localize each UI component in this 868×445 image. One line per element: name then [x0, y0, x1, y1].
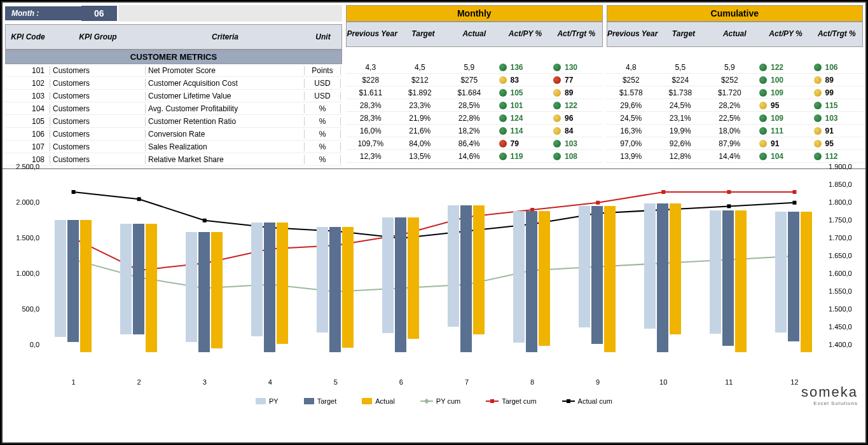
header-kpi-group: KPI Group — [50, 32, 146, 41]
cell-py: 109,7% — [346, 139, 396, 148]
svg-rect-23 — [792, 190, 796, 194]
status-dot-icon — [759, 153, 767, 160]
bar-actual — [735, 210, 747, 352]
csub-py: Previous Year — [607, 30, 658, 38]
bar-target — [591, 206, 603, 343]
chart-plot-area — [41, 174, 827, 352]
cell-py: 16,0% — [346, 127, 396, 135]
cell-py: $1.611 — [346, 88, 396, 97]
cell-target: 84,0% — [396, 139, 445, 148]
cell-py: $252 — [607, 76, 656, 85]
cell-code: 102 — [5, 79, 50, 88]
cell-actpy: 124 — [494, 114, 549, 123]
cell-code: 107 — [5, 142, 50, 151]
line-py-cum — [74, 256, 795, 292]
cell-actual: $1.720 — [705, 88, 755, 97]
cell-target: 4,5 — [396, 63, 445, 72]
cell-actual: 28,2% — [705, 101, 755, 110]
cumulative-panel: Cumulative Previous Year Target Actual A… — [607, 5, 864, 166]
bar-actual — [146, 224, 157, 352]
cell-py: 97,0% — [607, 139, 656, 148]
svg-rect-22 — [727, 190, 731, 194]
cell-py: 28,3% — [346, 114, 396, 123]
bar-group — [251, 222, 288, 352]
cell-actual: 22,5% — [705, 114, 755, 123]
svg-rect-35 — [792, 201, 796, 205]
cell-target: 21,6% — [396, 127, 445, 135]
value-row: 16,3% 19,9% 18,0% 111 91 — [607, 125, 864, 137]
cell-py: 24,5% — [607, 114, 656, 123]
status-dot-icon — [814, 76, 822, 84]
cell-actual: 5,9 — [705, 63, 755, 72]
month-label: Month : — [5, 6, 81, 20]
cell-acttrgt: 103 — [809, 114, 864, 123]
bar-py — [317, 227, 328, 332]
cell-actual: 18,2% — [444, 127, 494, 135]
svg-rect-24 — [72, 190, 76, 194]
table-row: 101 Customers Net Promoter Score Points — [5, 64, 342, 77]
bar-group — [382, 217, 419, 352]
svg-rect-26 — [203, 219, 207, 222]
logo-sub: Excel Solutions — [801, 400, 858, 406]
bar-py — [775, 212, 787, 332]
value-row: $252 $224 $252 100 89 — [607, 74, 864, 86]
status-dot-icon — [814, 153, 822, 160]
cell-group: Customers — [50, 117, 145, 126]
month-value[interactable]: 06 — [81, 6, 117, 21]
status-dot-icon — [499, 102, 507, 109]
cell-target: 13,5% — [396, 152, 445, 161]
status-dot-icon — [499, 127, 507, 135]
status-dot-icon — [499, 114, 507, 122]
cell-actual: 28,5% — [444, 101, 494, 110]
cell-code: 106 — [5, 130, 50, 139]
cell-actpy: 101 — [494, 101, 549, 110]
cell-actual: 86,4% — [444, 139, 494, 148]
status-dot-icon — [553, 153, 561, 160]
bar-actual — [670, 203, 681, 334]
x-axis: 123456789101112 — [41, 378, 827, 391]
cell-acttrgt: 96 — [548, 114, 603, 123]
cell-actual: 18,0% — [705, 127, 755, 135]
cell-criteria: Relative Market Share — [145, 155, 304, 164]
cell-criteria: Customer Lifetime Value — [145, 92, 304, 100]
cell-target: 92,6% — [656, 139, 705, 148]
logo-main: someka — [801, 384, 858, 400]
left-column-headers: KPI Code KPI Group Criteria Unit — [5, 24, 342, 50]
value-row: 28,3% 21,9% 22,8% 124 96 — [346, 112, 603, 125]
cell-unit: % — [304, 155, 341, 164]
cell-acttrgt: 108 — [548, 152, 603, 161]
bar-group — [710, 210, 747, 352]
left-data-rows: 101 Customers Net Promoter Score Points1… — [5, 64, 342, 166]
bar-actual — [342, 227, 354, 348]
cell-py: 4,3 — [346, 63, 396, 72]
cell-py: 4,8 — [607, 63, 656, 72]
cell-actpy: 105 — [494, 88, 549, 97]
cell-target: $224 — [656, 76, 705, 85]
bar-actual — [80, 220, 92, 352]
bar-target — [722, 210, 734, 346]
cell-group: Customers — [50, 92, 145, 100]
cell-acttrgt: 112 — [809, 152, 864, 161]
value-row: 4,3 4,5 5,9 136 130 — [346, 61, 603, 74]
section-title: CUSTOMER METRICS — [5, 50, 342, 64]
cell-acttrgt: 99 — [809, 88, 864, 97]
sub-acttrgt: Act/Trgt % — [551, 30, 602, 38]
cell-actpy: 111 — [754, 127, 809, 135]
bar-py — [55, 220, 66, 338]
cell-group: Customers — [50, 66, 145, 75]
cell-code: 105 — [5, 117, 50, 126]
legend-tcum: Target cum — [486, 397, 536, 405]
bar-group — [317, 227, 354, 352]
cell-acttrgt: 95 — [809, 139, 864, 148]
cell-target: $1.738 — [656, 88, 705, 97]
value-row: 4,8 5,5 5,9 122 106 — [607, 61, 864, 74]
cell-actual: $1.684 — [444, 88, 494, 97]
value-row: $228 $212 $275 83 77 — [346, 74, 603, 86]
value-row: 97,0% 92,6% 87,9% 91 95 — [607, 137, 864, 150]
cell-criteria: Net Promoter Score — [145, 66, 304, 75]
cumulative-header: Cumulative — [607, 5, 864, 22]
csub-actual: Actual — [709, 30, 760, 38]
value-row: 12,3% 13,5% 14,6% 119 108 — [346, 150, 603, 163]
cell-unit: USD — [304, 79, 341, 88]
sub-py: Previous Year — [347, 30, 397, 38]
